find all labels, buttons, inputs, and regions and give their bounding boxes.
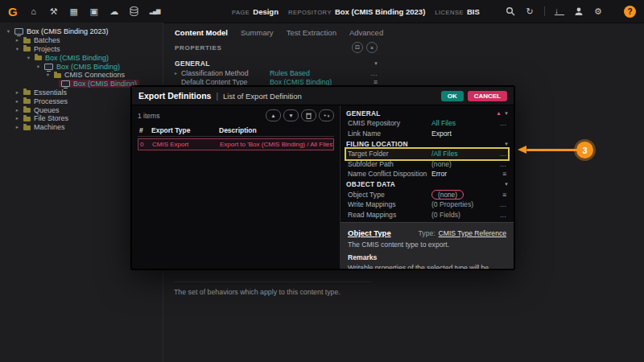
add-button[interactable]: +▾ — [319, 109, 334, 121]
chevron-down-icon[interactable]: ▾ — [35, 64, 42, 70]
tree-item-box-binding[interactable]: ▾ Box (CMIS Binding) — [0, 62, 163, 71]
dialog-subtitle: List of Export Definition — [223, 92, 302, 101]
property-row-classification-method[interactable]: ▸ Classification Method Rules Based … — [175, 68, 378, 78]
home-icon[interactable]: ⌂ — [29, 6, 39, 16]
chevron-right-icon[interactable]: ▸ — [14, 89, 21, 96]
detail-label: Object Type — [348, 191, 431, 199]
chevron-right-icon[interactable]: ▸ — [14, 98, 21, 105]
tree-item-batches[interactable]: ▸ Batches — [0, 36, 163, 45]
detail-section-general[interactable]: GENERAL ▲ ▾ — [346, 108, 508, 118]
property-value[interactable]: Box (CMIS Binding) — [270, 78, 368, 86]
move-up-button[interactable]: ▲ — [266, 109, 281, 121]
detail-value[interactable]: (0 Properties) — [431, 200, 497, 208]
chevron-right-icon[interactable]: ▸ — [14, 37, 21, 43]
ellipsis-icon[interactable]: … — [497, 119, 506, 127]
detail-label: Subfolder Path — [348, 160, 431, 168]
cancel-button[interactable]: CANCEL — [468, 91, 507, 101]
detail-value[interactable]: Error — [431, 170, 497, 178]
detail-section-object-data[interactable]: OBJECT DATA ▾ — [346, 179, 508, 190]
ellipsis-icon[interactable]: … — [368, 69, 378, 77]
detail-row-name-conflict-disposition[interactable]: Name Conflict Disposition Error ≡ — [346, 169, 508, 179]
chevron-down-icon[interactable]: ▾ — [505, 141, 508, 147]
tab-test-extraction[interactable]: Test Extraction — [287, 28, 336, 37]
page-value[interactable]: Design — [253, 7, 279, 16]
apps-grid-icon[interactable]: ▦ — [69, 6, 79, 17]
chevron-down-icon[interactable]: ▾ — [14, 46, 21, 52]
gear-icon[interactable]: ⚙ — [593, 6, 603, 17]
tree-item-box-project[interactable]: ▾ Box (CMIS Binding) — [0, 53, 163, 62]
help-type-link[interactable]: CMIS Type Reference — [439, 229, 506, 237]
detail-value[interactable]: /All Files — [431, 150, 497, 158]
detail-value[interactable]: (none) — [431, 160, 497, 168]
tree-item-label: CMIS Connections — [64, 71, 125, 79]
menu-icon[interactable]: ≡ — [497, 170, 506, 178]
menu-icon[interactable]: ≡ — [368, 78, 378, 86]
chevron-right-icon[interactable]: ▸ — [175, 70, 181, 76]
delete-button[interactable] — [301, 109, 316, 121]
detail-row-link-name[interactable]: Link Name Export — [346, 129, 508, 139]
tab-content-model[interactable]: Content Model — [175, 28, 228, 37]
general-section-header[interactable]: GENERAL ▾ — [175, 59, 378, 68]
folder-icon — [54, 73, 61, 78]
repository-value[interactable]: Box (CMIS Binding 2023) — [335, 7, 425, 16]
detail-section-filing-location[interactable]: FILING LOCATION ▾ — [346, 138, 508, 149]
tree-item-projects[interactable]: ▾ Projects — [0, 45, 163, 54]
chevron-down-icon[interactable]: ▾ — [44, 72, 52, 78]
ellipsis-icon[interactable]: … — [497, 211, 506, 219]
chevron-right-icon[interactable]: ▸ — [14, 107, 21, 113]
menu-icon[interactable]: ≡ — [497, 191, 506, 199]
refresh-icon[interactable]: ↻ — [525, 6, 535, 17]
detail-row-read-mappings[interactable]: Read Mappings (0 Fields) … — [346, 210, 508, 220]
user-icon[interactable] — [574, 6, 584, 16]
chevron-right-icon[interactable]: ▸ — [14, 115, 21, 121]
detail-row-object-type[interactable]: Object Type (none) ≡ — [346, 190, 508, 200]
detail-row-target-folder[interactable]: Target Folder /All Files … — [346, 149, 508, 159]
section-title: OBJECT DATA — [346, 180, 395, 188]
table-row[interactable]: 0 CMIS Export Export to 'Box (CMIS Bindi… — [138, 138, 334, 150]
tree-item-label: Box (CMIS Binding) — [45, 54, 109, 62]
detail-value[interactable]: (0 Fields) — [431, 211, 497, 219]
ellipsis-icon[interactable]: … — [497, 200, 506, 208]
folder-icon — [23, 117, 31, 121]
ellipsis-icon[interactable]: … — [497, 160, 506, 168]
detail-value[interactable]: Export — [431, 130, 497, 138]
move-down-button[interactable]: ▼ — [283, 109, 299, 121]
chevron-right-icon[interactable]: ▸ — [14, 124, 21, 130]
detail-row-cmis-repository[interactable]: CMIS Repository All Files … — [346, 118, 508, 129]
detail-row-subfolder-path[interactable]: Subfolder Path (none) … — [346, 159, 508, 170]
chevron-down-icon[interactable]: ▾ — [505, 110, 508, 117]
tree-item-root[interactable]: ▾ Box (CMIS Binding 2023) — [0, 27, 163, 36]
tools-icon[interactable]: ⚒ — [49, 6, 59, 17]
object-type-value[interactable]: (none) — [431, 190, 464, 200]
package-icon[interactable]: ▣ — [89, 6, 99, 17]
license-value[interactable]: BIS — [467, 7, 480, 16]
search-icon[interactable] — [506, 6, 515, 16]
chart-icon[interactable]: ▂▄▆ — [150, 8, 160, 14]
chevron-down-icon[interactable]: ▾ — [25, 55, 32, 61]
tab-advanced[interactable]: Advanced — [349, 28, 383, 37]
ellipsis-icon[interactable]: … — [497, 150, 506, 158]
property-value[interactable]: Rules Based — [270, 69, 368, 77]
properties-title: PROPERTIES — [175, 44, 222, 51]
database-icon[interactable] — [130, 6, 139, 16]
chevron-down-icon[interactable]: ▾ — [374, 60, 378, 67]
row-export-type: CMIS Export — [152, 141, 220, 148]
ok-button[interactable]: OK — [441, 91, 464, 101]
download-icon[interactable]: ↓ — [555, 7, 564, 15]
detail-row-write-mappings[interactable]: Write Mappings (0 Properties) … — [346, 200, 508, 210]
tab-summary[interactable]: Summary — [241, 28, 274, 37]
help-icon[interactable]: ? — [624, 6, 636, 18]
app-logo-icon[interactable]: G — [8, 5, 18, 19]
chevron-down-icon[interactable]: ▾ — [5, 28, 12, 35]
chevron-down-icon[interactable]: ▾ — [505, 181, 508, 187]
export-list-pane: 1 items ▲ ▼ +▾ # Export Type Description — [132, 105, 341, 269]
item-count: 1 items — [138, 112, 159, 120]
tree-item-cmis-connections[interactable]: ▾ CMIS Connections — [0, 71, 163, 80]
detail-value[interactable]: All Files — [431, 119, 497, 127]
title-divider: | — [216, 92, 218, 101]
tree-item-label: Processes — [34, 97, 68, 105]
save-icon[interactable]: ⊡ — [352, 42, 363, 53]
close-icon[interactable]: × — [366, 42, 378, 53]
column-number: # — [138, 126, 151, 134]
cloud-icon[interactable]: ☁ — [109, 6, 119, 17]
